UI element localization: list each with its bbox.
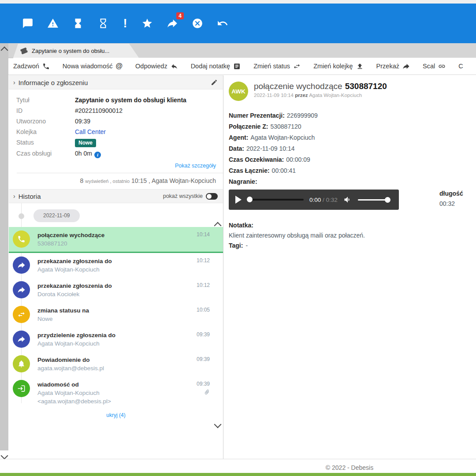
wait-time: 00:00:09: [286, 156, 310, 163]
history-section-header[interactable]: › Historia pokaż wszystkie: [9, 189, 223, 203]
history-item-time: 10:05: [197, 307, 210, 313]
agent-name: Agata Wojtan-Kopciuch: [250, 134, 315, 141]
history-item[interactable]: przekazanie zgłoszenia doDorota Kociołek…: [9, 278, 223, 302]
more-button[interactable]: C: [458, 63, 463, 70]
footer-divider: [0, 459, 476, 459]
history-item-subtitle: agata.wojtan@debesis.pl: [37, 364, 210, 372]
seek-bar[interactable]: [247, 199, 304, 201]
history-item[interactable]: przekazanie zgłoszenia doAgata Wojtan-Ko…: [9, 253, 223, 278]
history-item-time: 10:12: [197, 257, 210, 264]
presentation-number: 226999909: [287, 112, 318, 119]
history-item-subtitle: Agata Wojtan-Kopciuch: [37, 389, 210, 397]
history-item-subtitle: Agata Wojtan-Kopciuch: [37, 339, 210, 348]
audio-player[interactable]: 0:00 / 0:32: [229, 190, 399, 210]
total-time: 00:00:41: [272, 167, 296, 174]
paperclip-icon: [197, 389, 210, 397]
history-item[interactable]: połączenie wychodzące53088712010:14: [9, 227, 223, 253]
info-fields: Tytuł Zapytanie o system do obsługi klie…: [9, 89, 223, 161]
ticket-tab[interactable]: Zapytanie o system do obsłu...: [13, 44, 139, 58]
link-icon: [438, 63, 446, 70]
volume-slider[interactable]: [358, 199, 390, 201]
info-section-title: Informacje o zgłoszeniu: [19, 79, 88, 86]
circle-x-icon[interactable]: [192, 18, 203, 29]
edit-icon[interactable]: [211, 79, 218, 86]
history-item-time: 09:39: [197, 381, 210, 387]
call-number: 530887120: [345, 82, 387, 91]
undo-icon[interactable]: [217, 18, 228, 29]
status-badge: Nowe: [75, 139, 96, 147]
history-item-time: 09:39: [197, 356, 210, 362]
call-meta: 2022-11-09 10:14 przez Agata Wojtan-Kopc…: [254, 93, 387, 98]
add-note-button[interactable]: Dodaj notatkę: [191, 63, 241, 70]
star-icon[interactable]: [141, 18, 153, 29]
exclamation-icon[interactable]: !: [123, 18, 128, 29]
field-label: Tytuł: [16, 96, 75, 104]
reply-button[interactable]: Odpowiedz: [135, 63, 178, 70]
history-item-title: zmiana statusu na: [37, 306, 210, 315]
history-item-subtitle: Agata Wojtan-Kopciuch: [37, 265, 210, 274]
ticket-info-panel: › Informacje o zgłoszeniu Tytuł Zapytani…: [9, 75, 223, 459]
reply-icon: [171, 63, 178, 70]
phone-icon: [13, 231, 30, 248]
speaker-icon[interactable]: [343, 195, 352, 204]
play-button[interactable]: [235, 196, 242, 204]
duration-label: długość: [439, 190, 463, 197]
at-icon: @: [115, 62, 123, 70]
history-item[interactable]: przydzielenie zgłoszenia doAgata Wojtan-…: [9, 327, 223, 352]
avatar: AWK: [229, 82, 248, 101]
history-item-body: przydzielenie zgłoszenia doAgata Wojtan-…: [37, 331, 210, 348]
info-icon[interactable]: i: [94, 152, 101, 158]
note-icon: [233, 63, 241, 70]
show-details-link[interactable]: Pokaż szczegóły: [9, 161, 223, 173]
queue-link[interactable]: Call Center: [75, 128, 106, 136]
history-item-body: Powiadomienie doagata.wojtan@debesis.pl: [37, 355, 210, 372]
history-item-body: przekazanie zgłoszenia doDorota Kociołek: [37, 281, 210, 298]
forward-button[interactable]: Przekaż: [376, 63, 410, 70]
forward-icon: [13, 257, 30, 274]
note-text: Klient zainteresowny obsługą maili oraz …: [229, 231, 476, 241]
history-item-subtitle: Nowe: [37, 315, 210, 323]
timeline-date-row: 2022-11-09: [9, 209, 223, 223]
toolbar-divider: [8, 74, 476, 75]
duration-block: długość 00:32: [439, 189, 476, 209]
hourglass-empty-icon[interactable]: [97, 18, 109, 29]
call-button[interactable]: Zadzwoń: [13, 63, 50, 70]
chevron-right-icon: ›: [13, 193, 15, 200]
toggle-label: pokaż wszystkie: [163, 193, 203, 199]
history-item[interactable]: Powiadomienie doagata.wojtan@debesis.pl0…: [9, 352, 223, 376]
share-icon[interactable]: 4: [167, 18, 178, 29]
page-scrollbar[interactable]: [0, 43, 8, 450]
hide-items-link[interactable]: ukryj (4): [9, 409, 223, 423]
chat-icon[interactable]: [22, 18, 33, 29]
action-toolbar: Zadzwoń Nowa wiadomość@ Odpowiedz Dodaj …: [13, 58, 476, 74]
history-item-meta: 09:39: [197, 331, 210, 338]
swap-icon: [13, 306, 30, 323]
warning-icon[interactable]: [47, 18, 59, 29]
show-all-toggle[interactable]: pokaż wszystkie: [163, 193, 218, 200]
field-label: Kolejka: [16, 128, 75, 136]
hourglass-full-icon[interactable]: [72, 18, 84, 29]
history-item-time: 10:14: [197, 231, 210, 238]
history-item[interactable]: wiadomość odAgata Wojtan-Kopciuch<agata.…: [9, 376, 223, 409]
footer-green-bar: [0, 473, 476, 476]
new-message-button[interactable]: Nowa wiadomość@: [63, 62, 123, 70]
copyright: © 2022 - Debesis: [305, 464, 394, 471]
change-status-button[interactable]: Zmień status: [253, 63, 301, 70]
volume-knob[interactable]: [385, 197, 390, 203]
history-section-title: Historia: [19, 193, 41, 200]
history-item-title: połączenie wychodzące: [37, 231, 210, 239]
history-item-meta: 09:39: [197, 356, 210, 362]
history-item-time: 09:39: [197, 331, 210, 338]
phone-icon: [42, 63, 50, 70]
seek-knob[interactable]: [247, 197, 253, 202]
main-toolbar: ! 4: [0, 4, 476, 43]
handling-time-value: 0h 0m: [75, 150, 92, 157]
history-item-meta: 10:12: [197, 257, 210, 264]
date-pill: 2022-11-09: [33, 209, 80, 222]
change-queue-button[interactable]: Zmień kolejkę: [313, 63, 363, 70]
recording-row: 0:00 / 0:32 długość 00:32: [229, 189, 476, 211]
merge-button[interactable]: Scal: [423, 63, 446, 70]
info-section-header[interactable]: › Informacje o zgłoszeniu: [9, 75, 223, 89]
history-item[interactable]: zmiana statusu naNowe10:05: [9, 302, 223, 327]
toggle-switch-icon[interactable]: [206, 193, 218, 200]
